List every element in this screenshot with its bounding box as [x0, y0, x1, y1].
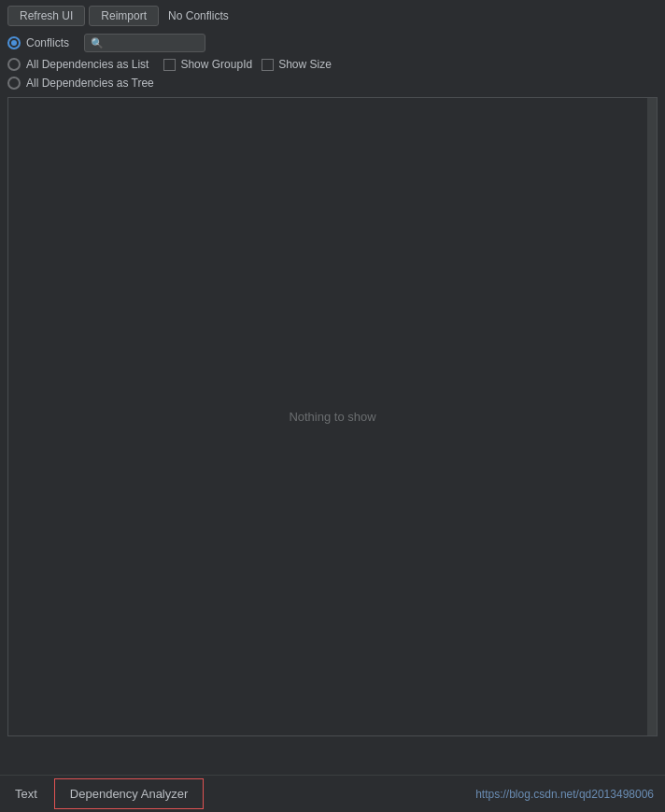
checkbox-show-size[interactable]: Show Size	[262, 58, 332, 71]
radio-conflicts-label: Conflicts	[26, 36, 69, 49]
radio-all-deps-list-label: All Dependencies as List	[26, 58, 149, 71]
checkbox-row: Show GroupId Show Size	[163, 58, 331, 71]
tab-text[interactable]: Text	[0, 779, 52, 808]
reimport-button[interactable]: Reimport	[89, 6, 159, 26]
checkbox-show-groupid-box	[163, 59, 176, 71]
radio-all-deps-tree-indicator	[7, 77, 21, 90]
toolbar: Refresh UI Reimport No Conflicts	[0, 0, 665, 32]
main-content-area: Nothing to show	[7, 97, 658, 736]
checkbox-show-groupid-label: Show GroupId	[180, 58, 252, 71]
checkbox-show-size-label: Show Size	[278, 58, 332, 71]
deps-list-row: All Dependencies as List Show GroupId Sh…	[0, 56, 665, 75]
empty-state-message: Nothing to show	[289, 410, 375, 424]
checkbox-show-groupid[interactable]: Show GroupId	[163, 58, 252, 71]
no-conflicts-status: No Conflicts	[163, 7, 234, 25]
tab-dependency-analyzer[interactable]: Dependency Analyzer	[54, 778, 204, 809]
search-input[interactable]	[107, 36, 196, 49]
radio-conflicts[interactable]: Conflicts	[7, 36, 69, 49]
deps-tree-row: All Dependencies as Tree	[0, 75, 665, 93]
refresh-ui-button[interactable]: Refresh UI	[7, 6, 85, 26]
radio-all-deps-list[interactable]: All Dependencies as List	[7, 58, 149, 71]
radio-all-deps-tree-label: All Dependencies as Tree	[26, 77, 154, 90]
conflicts-row: Conflicts 🔍	[0, 32, 665, 56]
checkbox-show-size-box	[262, 59, 274, 71]
search-icon: 🔍	[91, 37, 104, 49]
radio-all-deps-tree[interactable]: All Dependencies as Tree	[7, 77, 154, 90]
search-box[interactable]: 🔍	[84, 34, 205, 52]
radio-all-deps-list-indicator	[7, 58, 21, 71]
footer-url: https://blog.csdn.net/qd2013498006	[475, 788, 665, 801]
radio-conflicts-indicator	[7, 36, 21, 49]
scrollbar-track[interactable]	[647, 98, 657, 735]
bottom-bar: Text Dependency Analyzer https://blog.cs…	[0, 775, 665, 812]
